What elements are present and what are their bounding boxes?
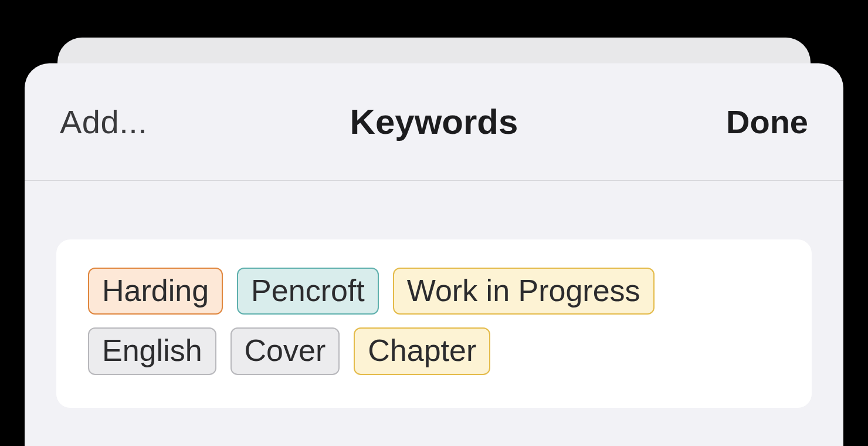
keyword-tag[interactable]: English <box>88 327 216 374</box>
keyword-tag[interactable]: Cover <box>230 327 340 374</box>
keyword-tag[interactable]: Harding <box>88 268 223 315</box>
sheet-header: Add... Keywords Done <box>25 63 843 181</box>
add-button[interactable]: Add... <box>60 103 147 141</box>
keywords-card: Harding Pencroft Work in Progress Englis… <box>56 239 812 408</box>
content-area: Harding Pencroft Work in Progress Englis… <box>25 181 843 408</box>
keyword-tag[interactable]: Pencroft <box>237 268 379 315</box>
keyword-tag[interactable]: Work in Progress <box>393 268 655 315</box>
done-button[interactable]: Done <box>726 103 808 141</box>
sheet-title: Keywords <box>350 102 518 142</box>
keyword-tag-container: Harding Pencroft Work in Progress Englis… <box>88 268 780 375</box>
keyword-tag[interactable]: Chapter <box>354 327 490 374</box>
keywords-sheet: Add... Keywords Done Harding Pencroft Wo… <box>25 63 843 446</box>
